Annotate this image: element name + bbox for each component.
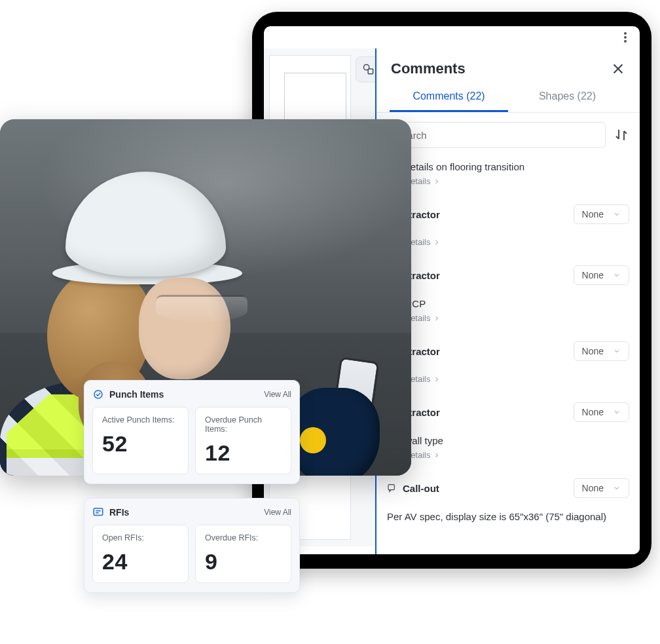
- svg-rect-2: [388, 485, 394, 490]
- comment-row: See Details: [387, 233, 629, 256]
- comment-group: Call-out None: [387, 469, 629, 507]
- view-all-link[interactable]: View All: [264, 390, 291, 399]
- open-rfis-tile[interactable]: Open RFIs: 24: [92, 525, 189, 583]
- panel-title: Comments: [391, 60, 466, 77]
- status-dropdown[interactable]: None: [574, 204, 629, 224]
- sort-icon[interactable]: [614, 127, 629, 143]
- tab-comments[interactable]: Comments (22): [390, 81, 508, 112]
- more-vertical-icon[interactable]: [619, 31, 632, 44]
- punch-items-icon: [92, 388, 104, 400]
- active-punch-tile[interactable]: Active Punch Items: 52: [92, 407, 189, 474]
- overdue-rfis-tile[interactable]: Overdue RFIs: 9: [195, 525, 291, 583]
- comment-group: …ontractor None: [387, 393, 629, 431]
- chevron-right-icon: [433, 314, 441, 322]
- rfis-card: RFIs View All Open RFIs: 24 Overdue RFIs…: [84, 498, 300, 593]
- tablet-topbar: [264, 26, 640, 48]
- svg-rect-1: [368, 69, 373, 74]
- status-dropdown[interactable]: None: [574, 478, 629, 498]
- comment-row: …e wall type See Details: [387, 431, 629, 469]
- chevron-right-icon: [433, 178, 441, 185]
- comment-row: …e RCP See Details: [387, 294, 629, 332]
- chevron-down-icon: [613, 408, 621, 416]
- chevron-down-icon: [613, 347, 621, 355]
- comments-list: …e details on flooring transition See De…: [376, 157, 640, 554]
- rfi-icon: [92, 506, 104, 518]
- comment-row: See Details: [387, 370, 629, 393]
- overdue-punch-tile[interactable]: Overdue Punch Items: 12: [195, 407, 291, 474]
- see-details-link[interactable]: See Details: [387, 176, 629, 186]
- comment-group: …ontractor None: [387, 195, 629, 233]
- tabs: Comments (22) Shapes (22): [376, 81, 640, 113]
- status-dropdown[interactable]: None: [574, 265, 629, 285]
- chevron-right-icon: [433, 238, 441, 246]
- see-details-link[interactable]: See Details: [387, 374, 629, 384]
- chevron-right-icon: [433, 375, 441, 383]
- comment-row: …e details on flooring transition See De…: [387, 157, 629, 195]
- card-title-text: Punch Items: [109, 389, 164, 400]
- comments-panel: Comments Comments (22) Shapes (22) …e de…: [375, 48, 640, 554]
- comment-row: Per AV spec, display size is 65"x36" (75…: [387, 507, 629, 535]
- svg-point-3: [94, 390, 102, 398]
- see-details-link[interactable]: See Details: [387, 450, 629, 460]
- punch-items-card: Punch Items View All Active Punch Items:…: [84, 380, 300, 484]
- close-icon[interactable]: [611, 62, 625, 76]
- see-details-link[interactable]: See Details: [387, 237, 629, 247]
- chevron-down-icon: [613, 210, 621, 218]
- comment-group: …ontractor None: [387, 332, 629, 370]
- status-dropdown[interactable]: None: [574, 341, 629, 361]
- shapes-icon: [362, 63, 375, 76]
- svg-rect-4: [94, 508, 103, 516]
- status-dropdown[interactable]: None: [574, 402, 629, 422]
- comment-group: …ontractor None: [387, 256, 629, 294]
- see-details-link[interactable]: See Details: [387, 313, 629, 323]
- tab-shapes[interactable]: Shapes (22): [508, 81, 627, 112]
- card-title-text: RFIs: [109, 507, 129, 518]
- chevron-right-icon: [433, 451, 441, 459]
- search-input[interactable]: [387, 122, 606, 148]
- chevron-down-icon: [613, 271, 621, 279]
- view-all-link[interactable]: View All: [264, 508, 291, 517]
- callout-icon: [387, 483, 397, 493]
- chevron-down-icon: [613, 484, 621, 492]
